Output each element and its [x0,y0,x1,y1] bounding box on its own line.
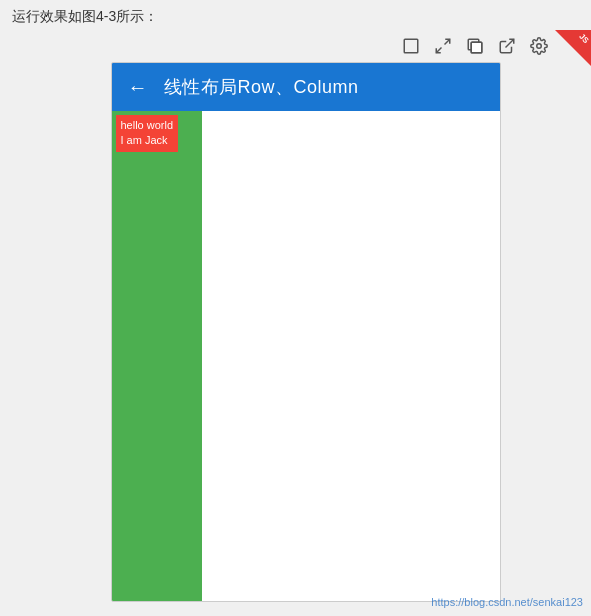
export-icon[interactable] [495,34,519,58]
red-text-box: hello world I am Jack [116,115,179,152]
back-button[interactable]: ← [128,76,148,99]
expand-icon[interactable] [431,34,455,58]
svg-point-7 [537,44,542,49]
svg-rect-4 [471,42,482,53]
svg-line-1 [445,39,450,44]
top-label: 运行效果如图4-3所示： [0,0,591,30]
white-column [202,111,500,601]
badge-text: JS [577,32,590,45]
watermark: https://blog.csdn.net/senkai123 [431,596,583,608]
toolbar-icons [399,34,551,58]
frame-icon[interactable] [399,34,423,58]
text-line2: I am Jack [121,133,174,148]
corner-badge: JS [555,30,591,66]
phone-frame: ← 线性布局Row、Column hello world I am Jack [111,62,501,602]
text-line1: hello world [121,118,174,133]
app-bar-title: 线性布局Row、Column [164,75,359,99]
window-icon[interactable] [463,34,487,58]
settings-icon[interactable] [527,34,551,58]
app-content: hello world I am Jack [112,111,500,601]
app-bar: ← 线性布局Row、Column [112,63,500,111]
svg-rect-0 [404,39,418,53]
svg-line-6 [506,39,514,47]
green-column: hello world I am Jack [112,111,202,601]
toolbar: JS [0,30,591,62]
svg-line-2 [436,48,441,53]
